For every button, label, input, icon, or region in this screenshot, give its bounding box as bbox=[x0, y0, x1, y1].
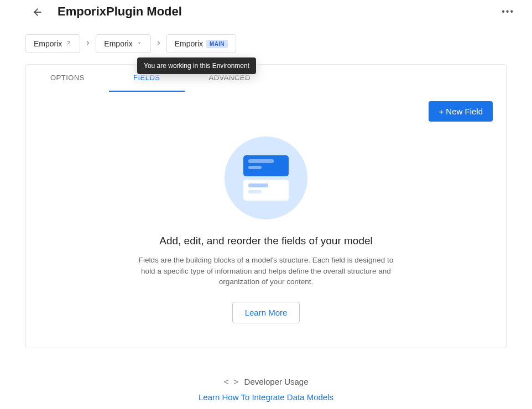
page-title: EmporixPlugin Model bbox=[58, 4, 182, 19]
breadcrumb-label: Emporix bbox=[34, 39, 62, 48]
empty-state: Add, edit, and reorder the fields of you… bbox=[39, 137, 493, 323]
learn-more-button[interactable]: Learn More bbox=[232, 302, 300, 323]
new-field-button[interactable]: + New Field bbox=[429, 101, 493, 122]
empty-state-description: Fields are the building blocks of a mode… bbox=[133, 255, 399, 287]
model-panel: OPTIONS FIELDS ADVANCED + New Field Add,… bbox=[25, 64, 507, 348]
code-icon: < > bbox=[224, 377, 239, 387]
breadcrumb-environment[interactable]: Emporix MAIN bbox=[166, 34, 236, 53]
breadcrumb-label: Emporix bbox=[175, 39, 203, 48]
chevron-right-icon bbox=[155, 39, 162, 48]
tabs: OPTIONS FIELDS ADVANCED bbox=[26, 65, 506, 92]
environment-tooltip: You are working in this Environment bbox=[137, 57, 256, 74]
developer-usage-link[interactable]: Learn How To Integrate Data Models bbox=[199, 392, 333, 402]
breadcrumb-project[interactable]: Emporix bbox=[96, 34, 150, 53]
tab-options[interactable]: OPTIONS bbox=[26, 65, 109, 92]
chevron-down-icon bbox=[136, 39, 143, 48]
developer-usage-title: Developer Usage bbox=[244, 377, 309, 386]
back-arrow-icon[interactable] bbox=[31, 6, 44, 19]
breadcrumb-label: Emporix bbox=[104, 39, 132, 48]
developer-usage-section: < > Developer Usage Learn How To Integra… bbox=[0, 377, 532, 402]
illustration-card bbox=[243, 155, 289, 176]
breadcrumb: Emporix Emporix Emporix MAIN You are wor… bbox=[0, 23, 532, 64]
environment-badge: MAIN bbox=[206, 40, 228, 48]
illustration-card bbox=[243, 180, 289, 201]
chevron-right-icon bbox=[85, 39, 91, 48]
empty-state-title: Add, edit, and reorder the fields of you… bbox=[159, 235, 373, 247]
breadcrumb-space[interactable]: Emporix bbox=[25, 34, 80, 53]
external-link-icon bbox=[65, 39, 72, 48]
empty-state-illustration bbox=[225, 137, 307, 219]
more-menu-icon[interactable]: ••• bbox=[502, 7, 514, 17]
